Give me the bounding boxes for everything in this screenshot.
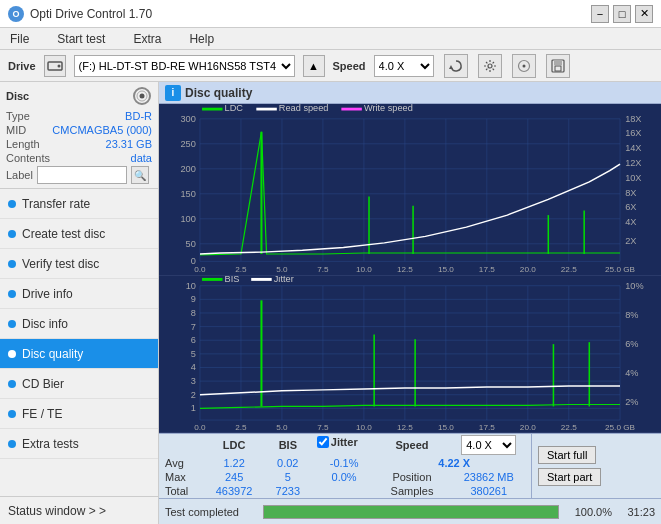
minimize-button[interactable]: − bbox=[591, 5, 609, 23]
svg-text:5.0: 5.0 bbox=[276, 423, 288, 432]
toolbar-settings-icon[interactable] bbox=[478, 54, 502, 78]
svg-point-5 bbox=[522, 64, 525, 67]
stats-avg-row: Avg 1.22 0.02 -0.1% 4.22 X bbox=[159, 456, 531, 470]
stats-max-ldc: 245 bbox=[203, 470, 264, 484]
sidebar-item-label: Extra tests bbox=[22, 437, 79, 451]
sidebar-item-transfer-rate[interactable]: Transfer rate bbox=[0, 189, 158, 219]
svg-text:25.0 GB: 25.0 GB bbox=[605, 265, 635, 274]
svg-text:14X: 14X bbox=[625, 144, 642, 153]
svg-text:18X: 18X bbox=[625, 114, 642, 123]
toolbar-disc-icon[interactable] bbox=[512, 54, 536, 78]
stats-col-jitter-check: Jitter bbox=[311, 434, 378, 449]
stats-col-bis: BIS bbox=[265, 434, 311, 456]
drive-select[interactable]: (F:) HL-DT-ST BD-RE WH16NS58 TST4 bbox=[74, 55, 295, 77]
speed-select[interactable]: 4.0 X bbox=[374, 55, 434, 77]
svg-text:20.0: 20.0 bbox=[520, 265, 537, 274]
stats-total-empty bbox=[311, 484, 378, 498]
svg-rect-63 bbox=[202, 108, 222, 111]
progress-time: 31:23 bbox=[620, 506, 655, 518]
svg-text:10.0: 10.0 bbox=[356, 265, 373, 274]
svg-text:22.5: 22.5 bbox=[561, 265, 578, 274]
charts-container: 300 250 200 150 100 50 0 18X 16X 14X 12X… bbox=[159, 104, 661, 433]
disc-mid-value: CMCMAGBA5 (000) bbox=[52, 124, 152, 136]
svg-text:1: 1 bbox=[191, 404, 196, 414]
sidebar-item-disc-info[interactable]: Disc info bbox=[0, 309, 158, 339]
sidebar-item-disc-quality[interactable]: Disc quality bbox=[0, 339, 158, 369]
menu-file[interactable]: File bbox=[4, 30, 35, 48]
disc-quality-title: Disc quality bbox=[185, 86, 252, 100]
svg-text:6: 6 bbox=[191, 336, 196, 346]
svg-text:12.5: 12.5 bbox=[397, 265, 414, 274]
svg-text:15.0: 15.0 bbox=[438, 265, 455, 274]
menu-extra[interactable]: Extra bbox=[127, 30, 167, 48]
stats-bar: LDC BIS Jitter Speed 4.0 X bbox=[159, 433, 661, 498]
svg-text:10%: 10% bbox=[625, 281, 643, 291]
stats-speed-select[interactable]: 4.0 X bbox=[461, 435, 516, 455]
disc-header: Disc bbox=[6, 86, 152, 106]
bottom-chart-svg: 10 9 8 7 6 5 4 3 2 1 10% 8% 6% 4% 2% bbox=[159, 276, 661, 432]
sidebar-item-label: Transfer rate bbox=[22, 197, 90, 211]
start-part-button[interactable]: Start part bbox=[538, 468, 601, 486]
svg-text:300: 300 bbox=[181, 114, 196, 123]
stats-col-empty bbox=[159, 434, 203, 456]
disc-panel-icon bbox=[132, 86, 152, 106]
svg-text:50: 50 bbox=[186, 239, 196, 248]
svg-text:22.5: 22.5 bbox=[561, 423, 578, 432]
toolbar-refresh-icon[interactable] bbox=[444, 54, 468, 78]
svg-text:25.0 GB: 25.0 GB bbox=[605, 423, 635, 432]
menu-help[interactable]: Help bbox=[183, 30, 220, 48]
sidebar-item-verify-test-disc[interactable]: Verify test disc bbox=[0, 249, 158, 279]
svg-text:4: 4 bbox=[191, 363, 196, 373]
disc-label-edit-button[interactable]: 🔍 bbox=[131, 166, 149, 184]
stats-header-row: LDC BIS Jitter Speed 4.0 X bbox=[159, 434, 531, 456]
drive-bar: Drive (F:) HL-DT-ST BD-RE WH16NS58 TST4 … bbox=[0, 50, 661, 82]
menu-bar: File Start test Extra Help bbox=[0, 28, 661, 50]
sidebar-item-drive-info[interactable]: Drive info bbox=[0, 279, 158, 309]
disc-type-label: Type bbox=[6, 110, 30, 122]
disc-mid-label: MID bbox=[6, 124, 26, 136]
stats-total-ldc: 463972 bbox=[203, 484, 264, 498]
svg-text:4%: 4% bbox=[625, 369, 638, 379]
start-full-button[interactable]: Start full bbox=[538, 446, 596, 464]
disc-length-label: Length bbox=[6, 138, 40, 150]
content-area: i Disc quality bbox=[159, 82, 661, 524]
svg-text:8: 8 bbox=[191, 308, 196, 318]
stats-position-label: Position bbox=[377, 470, 446, 484]
nav-dot bbox=[8, 320, 16, 328]
eject-icon[interactable]: ▲ bbox=[303, 55, 325, 77]
svg-text:7: 7 bbox=[191, 322, 196, 332]
toolbar-save-icon[interactable] bbox=[546, 54, 570, 78]
close-button[interactable]: ✕ bbox=[635, 5, 653, 23]
menu-start-test[interactable]: Start test bbox=[51, 30, 111, 48]
nav-dot bbox=[8, 410, 16, 418]
progress-track bbox=[263, 505, 559, 519]
sidebar-item-create-test-disc[interactable]: Create test disc bbox=[0, 219, 158, 249]
stats-avg-label: Avg bbox=[159, 456, 203, 470]
svg-point-10 bbox=[140, 94, 145, 99]
stats-position-val: 23862 MB bbox=[447, 470, 531, 484]
svg-text:Write speed: Write speed bbox=[364, 104, 413, 113]
svg-text:17.5: 17.5 bbox=[479, 265, 496, 274]
sidebar-item-label: Create test disc bbox=[22, 227, 105, 241]
svg-text:8%: 8% bbox=[625, 310, 638, 320]
bottom-chart: 10 9 8 7 6 5 4 3 2 1 10% 8% 6% 4% 2% bbox=[159, 276, 661, 433]
disc-header-label: Disc bbox=[6, 90, 29, 102]
svg-text:6%: 6% bbox=[625, 340, 638, 350]
speed-label: Speed bbox=[333, 60, 366, 72]
disc-quality-icon: i bbox=[165, 85, 181, 101]
sidebar-item-label: Verify test disc bbox=[22, 257, 99, 271]
jitter-checkbox[interactable] bbox=[317, 436, 329, 448]
sidebar-item-cd-bier[interactable]: CD Bier bbox=[0, 369, 158, 399]
sidebar-item-fe-te[interactable]: FE / TE bbox=[0, 399, 158, 429]
maximize-button[interactable]: □ bbox=[613, 5, 631, 23]
disc-contents-value: data bbox=[131, 152, 152, 164]
sidebar-item-extra-tests[interactable]: Extra tests bbox=[0, 429, 158, 459]
svg-text:15.0: 15.0 bbox=[438, 423, 455, 432]
svg-rect-8 bbox=[555, 66, 561, 71]
disc-label-input[interactable] bbox=[37, 166, 127, 184]
disc-quality-header: i Disc quality bbox=[159, 82, 661, 104]
sidebar: Disc Type BD-R MID CMCMAGBA5 (000) Lengt… bbox=[0, 82, 159, 524]
status-window-button[interactable]: Status window > > bbox=[0, 496, 158, 524]
top-chart: 300 250 200 150 100 50 0 18X 16X 14X 12X… bbox=[159, 104, 661, 276]
stats-total-label: Total bbox=[159, 484, 203, 498]
